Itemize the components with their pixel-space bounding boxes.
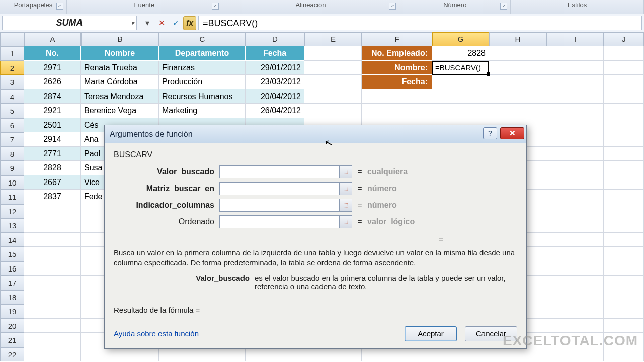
cell[interactable] (546, 290, 604, 305)
cell[interactable] (604, 175, 644, 190)
col-header[interactable]: C (159, 32, 246, 46)
cell[interactable] (432, 89, 489, 104)
cell[interactable] (432, 347, 489, 362)
lookup-label[interactable]: Fecha: (362, 75, 432, 89)
cell[interactable] (24, 304, 81, 319)
cell[interactable] (246, 347, 304, 362)
cell[interactable] (362, 89, 432, 104)
help-link[interactable]: Ayuda sobre esta función (114, 329, 199, 338)
table-cell[interactable]: 29/01/2012 (246, 61, 304, 75)
table-cell[interactable]: 2914 (24, 132, 81, 147)
col-header[interactable]: B (81, 32, 159, 46)
table-cell[interactable]: 2501 (24, 118, 81, 133)
cell[interactable] (604, 118, 644, 133)
col-header[interactable]: D (246, 32, 304, 46)
cell[interactable] (604, 290, 644, 305)
cell[interactable] (604, 204, 644, 219)
cell[interactable] (489, 75, 546, 89)
row-header[interactable]: 9 (0, 161, 24, 175)
ok-button[interactable]: Aceptar (405, 326, 457, 341)
enter-formula-button[interactable]: ✓ (169, 16, 182, 30)
cell[interactable] (604, 46, 644, 61)
cell[interactable] (304, 46, 362, 61)
cell[interactable] (604, 319, 644, 333)
expand-icon[interactable]: ⤢ (212, 3, 219, 10)
cell[interactable] (604, 161, 644, 175)
col-header[interactable]: E (304, 32, 362, 46)
table-cell[interactable]: Berenice Vega (81, 104, 159, 118)
cell[interactable] (604, 104, 644, 118)
expand-icon[interactable]: ⤢ (56, 3, 63, 10)
cell[interactable] (432, 104, 489, 118)
row-header[interactable]: 12 (0, 204, 24, 219)
cell[interactable] (546, 204, 604, 219)
cell[interactable] (604, 75, 644, 89)
row-header[interactable]: 13 (0, 218, 24, 233)
col-header[interactable]: F (362, 32, 432, 46)
table-cell[interactable]: 20/04/2012 (246, 89, 304, 104)
cell[interactable] (546, 75, 604, 89)
cell[interactable] (546, 276, 604, 290)
cell[interactable] (24, 261, 81, 276)
cell[interactable] (362, 347, 432, 362)
cell[interactable] (24, 319, 81, 333)
row-header[interactable]: 7 (0, 132, 24, 147)
cell[interactable] (546, 104, 604, 118)
cell[interactable] (546, 190, 604, 204)
table-cell[interactable]: Finanzas (159, 61, 246, 75)
expand-icon[interactable]: ⤢ (500, 3, 507, 10)
table-cell[interactable]: 26/04/2012 (246, 104, 304, 118)
row-header[interactable]: 11 (0, 190, 24, 204)
cell[interactable] (604, 218, 644, 233)
table-cell[interactable]: 2971 (24, 61, 81, 75)
cell[interactable] (489, 347, 546, 362)
table-cell[interactable]: 2921 (24, 104, 81, 118)
col-header[interactable]: G (432, 32, 489, 46)
cell[interactable] (362, 104, 432, 118)
col-header[interactable]: I (546, 32, 604, 46)
chevron-down-icon[interactable]: ▾ (131, 20, 134, 26)
table-cell[interactable]: Marketing (159, 104, 246, 118)
table-header[interactable]: Nombre (81, 46, 159, 61)
table-cell[interactable]: 2626 (24, 75, 81, 89)
cell[interactable] (81, 347, 159, 362)
table-cell[interactable]: Marta Córdoba (81, 75, 159, 89)
cancel-formula-button[interactable]: ✕ (155, 16, 168, 30)
cell[interactable] (546, 46, 604, 61)
row-header[interactable]: 2 (0, 61, 24, 75)
col-header[interactable]: J (604, 32, 644, 46)
cell[interactable] (604, 132, 644, 147)
row-header[interactable]: 16 (0, 261, 24, 276)
close-button[interactable]: ✕ (500, 127, 524, 139)
cell[interactable] (604, 61, 644, 75)
name-box[interactable]: SUMA▾ (2, 16, 137, 30)
row-header[interactable]: 15 (0, 247, 24, 261)
arg-input-ordenado[interactable] (219, 215, 339, 228)
table-header[interactable]: No. (24, 46, 81, 61)
row-header[interactable]: 18 (0, 290, 24, 305)
cell[interactable] (604, 89, 644, 104)
cell[interactable] (24, 204, 81, 219)
cell[interactable] (24, 333, 81, 347)
lookup-value[interactable]: 2828 (432, 46, 489, 61)
cell[interactable] (546, 261, 604, 276)
expand-icon[interactable]: ⤢ (389, 3, 396, 10)
cell[interactable] (546, 118, 604, 133)
cell[interactable] (304, 347, 362, 362)
row-header[interactable]: 3 (0, 75, 24, 89)
fx-button[interactable]: fx (183, 16, 196, 30)
table-header[interactable]: Fecha (246, 46, 304, 61)
cell[interactable] (24, 347, 81, 362)
row-header[interactable]: 4 (0, 89, 24, 104)
cell[interactable] (604, 247, 644, 261)
table-cell[interactable]: 2837 (24, 190, 81, 204)
formula-input[interactable]: =BUSCARV() (198, 16, 642, 30)
cell[interactable] (159, 347, 246, 362)
lookup-label[interactable]: Nombre: (362, 61, 432, 75)
cell[interactable] (604, 276, 644, 290)
row-header[interactable]: 1 (0, 46, 24, 61)
cell[interactable] (489, 89, 546, 104)
cell[interactable] (604, 347, 644, 362)
cell[interactable] (304, 75, 362, 89)
cell[interactable] (546, 319, 604, 333)
